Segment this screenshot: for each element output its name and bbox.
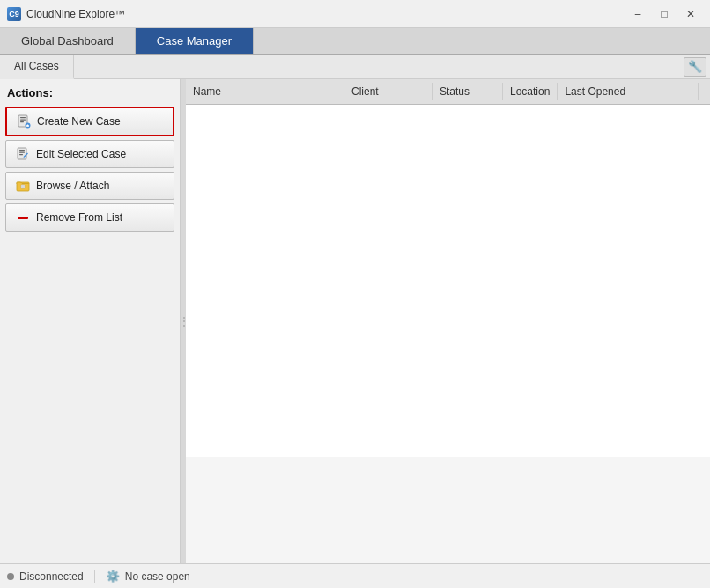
case-status-icon: ⚙️ <box>106 570 120 583</box>
title-bar-controls: – □ ✕ <box>625 5 703 23</box>
sub-tab-bar: All Cases 🔧 <box>0 55 710 79</box>
status-bar: Disconnected ⚙️ No case open <box>0 563 710 588</box>
column-header-extra <box>699 83 710 100</box>
settings-icon-button[interactable]: 🔧 <box>684 57 706 77</box>
sidebar-title: Actions: <box>5 86 174 99</box>
column-header-location: Location <box>503 83 558 100</box>
tab-case-manager[interactable]: Case Manager <box>136 28 254 54</box>
edit-case-icon <box>15 146 31 162</box>
svg-rect-7 <box>18 148 26 159</box>
sub-tab-all-cases[interactable]: All Cases <box>0 55 74 79</box>
svg-rect-6 <box>26 125 29 126</box>
app-title: CloudNine Explore™ <box>26 8 125 20</box>
column-header-status: Status <box>433 83 503 100</box>
svg-rect-10 <box>19 154 23 155</box>
edit-selected-case-button[interactable]: Edit Selected Case <box>5 140 174 168</box>
create-new-case-button[interactable]: Create New Case <box>5 107 174 136</box>
table-header: Name Client Status Location Last Opened <box>186 79 710 105</box>
column-header-client: Client <box>344 83 433 100</box>
new-case-icon <box>16 114 32 129</box>
app-icon: C9 <box>7 7 21 21</box>
close-button[interactable]: ✕ <box>678 5 703 23</box>
column-header-name: Name <box>186 83 344 100</box>
remove-from-list-button[interactable]: Remove From List <box>5 203 174 232</box>
svg-rect-9 <box>19 152 25 153</box>
svg-rect-15 <box>18 217 28 219</box>
svg-rect-1 <box>20 117 26 118</box>
wrench-icon: 🔧 <box>688 60 702 73</box>
column-header-last-opened: Last Opened <box>558 83 699 100</box>
create-new-case-label: Create New Case <box>37 115 121 128</box>
remove-icon <box>15 209 31 225</box>
minimize-button[interactable]: – <box>625 5 650 23</box>
browse-attach-label: Browse / Attach <box>36 180 109 192</box>
main-content: Actions: Create New Case <box>0 79 710 563</box>
connection-status: Disconnected <box>7 570 95 583</box>
connection-label: Disconnected <box>19 570 84 583</box>
browse-attach-button[interactable]: Browse / Attach <box>5 172 174 200</box>
connection-dot <box>7 573 14 580</box>
svg-rect-3 <box>20 121 24 122</box>
tab-global-dashboard[interactable]: Global Dashboard <box>0 28 136 54</box>
case-status-label: No case open <box>125 570 190 583</box>
title-bar-left: C9 CloudNine Explore™ <box>7 7 125 21</box>
case-status: ⚙️ No case open <box>106 570 190 583</box>
sidebar: Actions: Create New Case <box>0 79 181 563</box>
svg-rect-8 <box>19 150 25 151</box>
tab-bar: Global Dashboard Case Manager <box>0 28 710 55</box>
remove-from-list-label: Remove From List <box>36 211 122 224</box>
table-area: Name Client Status Location Last Opened <box>186 79 710 563</box>
title-bar: C9 CloudNine Explore™ – □ ✕ <box>0 0 710 28</box>
svg-rect-2 <box>20 120 26 121</box>
browse-icon <box>15 178 31 194</box>
table-body <box>186 105 710 457</box>
maximize-button[interactable]: □ <box>652 5 677 23</box>
edit-selected-case-label: Edit Selected Case <box>36 148 126 160</box>
